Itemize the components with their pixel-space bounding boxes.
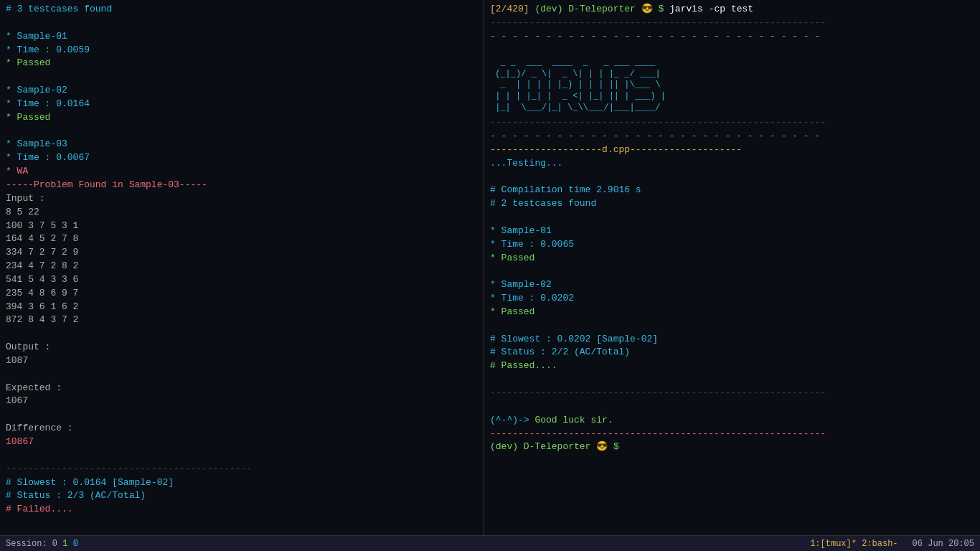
- right-s2-name: * Sample-02: [490, 279, 552, 290]
- left-input-line8: 394 3 6 1 6 2: [6, 301, 78, 312]
- left-output-label: Output :: [6, 342, 50, 352]
- left-header: # 3 testcases found: [6, 4, 112, 14]
- left-input-line5: 234 4 7 2 8 2: [6, 260, 78, 271]
- left-slowest: # Slowest : 0.0164 [Sample-02]: [6, 477, 174, 488]
- left-s3-name: * Sample-03: [6, 138, 67, 149]
- left-input-line6: 541 5 4 3 3 6: [6, 274, 78, 285]
- left-diff-label: Difference :: [6, 423, 73, 433]
- left-problem-found: -----Problem Found in Sample-03-----: [6, 179, 207, 190]
- right-final-prompt: (dev) D-Teleporter 😎 $: [490, 441, 619, 452]
- left-diff-value: 10867: [6, 436, 34, 447]
- left-expected-value: 1067: [6, 395, 28, 406]
- left-s2-time: * Time : 0.0164: [6, 98, 90, 109]
- right-s1-time: * Time : 0.0065: [490, 239, 574, 250]
- left-s3-time: * Time : 0.0067: [6, 152, 90, 163]
- right-sep6: ----------------------------------------…: [490, 428, 826, 439]
- pane-left: # 3 testcases found * Sample-01 * Time :…: [0, 0, 484, 535]
- session-num1: 1: [62, 539, 67, 549]
- right-s2-status: * Passed: [490, 306, 534, 317]
- left-s1-status: * Passed: [6, 57, 50, 68]
- left-expected-label: Expected :: [6, 382, 62, 393]
- right-s1-status: * Passed: [490, 253, 534, 263]
- left-output-value: 1087: [6, 355, 28, 366]
- session-label: Session: 0: [6, 539, 62, 549]
- right-status: # Status : 2/2 (AC/Total): [490, 347, 630, 357]
- left-input-line1: 8 5 22: [6, 207, 39, 217]
- right-s2-time: * Time : 0.0202: [490, 293, 574, 303]
- pane-right: [2/420] (dev) D-Teleporter 😎 $ jarvis -c…: [484, 0, 980, 535]
- left-s3-status: * WA: [6, 166, 28, 176]
- left-input-line9: 872 8 4 3 7 2: [6, 314, 78, 325]
- left-input-line3: 164 4 5 2 7 8: [6, 233, 78, 244]
- left-input-line2: 100 3 7 5 3 1: [6, 220, 78, 231]
- right-testing: ...Testing...: [490, 158, 562, 169]
- session-num0: 0: [73, 539, 78, 549]
- left-input-line7: 235 4 8 6 9 7: [6, 288, 78, 298]
- left-status: # Status : 2/3 (AC/Total): [6, 490, 146, 501]
- right-sep4: - - - - - - - - - - - - - - - - - - - - …: [490, 131, 820, 141]
- datetime: 06 Jun 20:05: [913, 539, 974, 549]
- terminal-container: # 3 testcases found * Sample-01 * Time :…: [0, 0, 980, 551]
- ascii-art: _ _ ___ ____ _ _ ___ ____ (_|_)/ _ \| _ …: [490, 47, 666, 114]
- right-testcases-found: # 2 testcases found: [490, 198, 596, 209]
- tab1-label[interactable]: 1:[tmux]*: [810, 539, 857, 549]
- tab2-label[interactable]: 2:bash-: [862, 539, 897, 549]
- right-passed: # Passed....: [490, 360, 557, 371]
- left-s2-status: * Passed: [6, 112, 50, 123]
- right-good-luck: Good luck sir.: [529, 415, 613, 425]
- right-file-indicator: --------------------d.cpp---------------…: [490, 144, 742, 155]
- panes: # 3 testcases found * Sample-01 * Time :…: [0, 0, 980, 535]
- left-s2-name: * Sample-02: [6, 85, 67, 95]
- left-separator1: ----------------------------------------…: [6, 463, 252, 474]
- status-bar: Session: 0 1 0 1:[tmux]* 2:bash- 06 Jun …: [0, 535, 980, 551]
- status-right: 06 Jun 20:05: [913, 539, 974, 549]
- right-prompt-dev: (dev) D-Teleporter 😎 $: [534, 4, 664, 14]
- left-s1-time: * Time : 0.0059: [6, 44, 90, 55]
- status-left: Session: 0 1 0: [6, 539, 796, 549]
- right-sep5: ----------------------------------------…: [490, 387, 826, 398]
- left-input-line4: 334 7 2 7 2 9: [6, 247, 78, 258]
- right-prompt-cmd: jarvis -cp test: [669, 4, 753, 14]
- right-sep1: ----------------------------------------…: [490, 17, 826, 28]
- right-slowest: # Slowest : 0.0202 [Sample-02]: [490, 334, 658, 344]
- status-center: 1:[tmux]* 2:bash-: [810, 539, 897, 549]
- right-s1-name: * Sample-01: [490, 225, 552, 236]
- left-input-label: Input :: [6, 193, 45, 204]
- right-tab-indicator: [2/420]: [490, 4, 529, 14]
- left-failed: # Failed....: [6, 504, 73, 514]
- right-sep3: ----------------------------------------…: [490, 117, 826, 128]
- left-s1-name: * Sample-01: [6, 31, 67, 42]
- right-prompt2-text: (^-^)->: [490, 415, 529, 425]
- right-compilation: # Compilation time 2.9016 s: [490, 184, 641, 195]
- right-sep2: - - - - - - - - - - - - - - - - - - - - …: [490, 31, 820, 42]
